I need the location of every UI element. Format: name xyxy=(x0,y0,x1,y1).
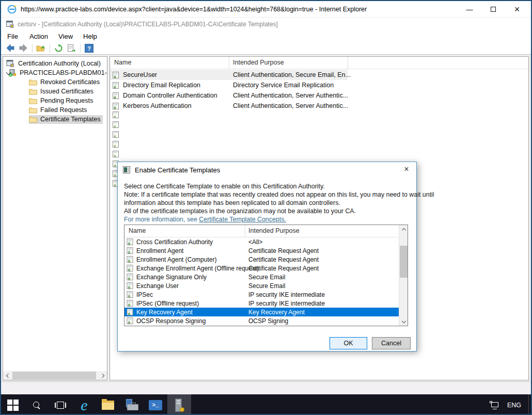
back-button[interactable] xyxy=(5,43,15,53)
certificate-template-icon xyxy=(112,92,119,99)
certificate-template-icon xyxy=(112,72,119,78)
dialog-template-row[interactable]: Exchange Signature Only Secure Email xyxy=(124,273,399,281)
scrollbar-thumb[interactable] xyxy=(400,246,408,278)
dialog-template-row[interactable]: Exchange Enrollment Agent (Offline reque… xyxy=(124,264,399,273)
dialog-template-row[interactable]: Exchange User Secure Email xyxy=(124,281,399,290)
certificate-template-icon xyxy=(112,151,119,157)
dialog-template-row[interactable]: Cross Certification Authority <All> xyxy=(124,237,399,246)
dialog-list-header: Name Intended Purpose xyxy=(124,225,408,237)
tree-node-folder[interactable]: Pending Requests xyxy=(3,96,107,105)
file-explorer-icon xyxy=(102,401,114,410)
column-header-intended-purpose[interactable]: Intended Purpose xyxy=(233,59,284,66)
taskbar-server-manager[interactable] xyxy=(120,394,144,415)
scroll-right-button[interactable] xyxy=(98,371,107,380)
template-name: Domain Controller Authentication xyxy=(123,92,217,99)
menu-item[interactable]: Action xyxy=(24,31,53,41)
dialog-template-row[interactable]: Enrollment Agent Certificate Request Age… xyxy=(124,246,399,255)
cancel-button[interactable]: Cancel xyxy=(372,337,411,349)
certificate-template-icon xyxy=(127,300,133,307)
dialog-body-text: Select one Certificate Template to enabl… xyxy=(124,182,411,224)
template-row[interactable]: SecureUser Client Authentication, Secure… xyxy=(110,70,348,80)
export-list-button[interactable] xyxy=(66,43,76,53)
task-view-icon xyxy=(55,402,66,409)
help-button[interactable]: ? xyxy=(84,43,94,53)
tree-node-folder[interactable]: Certificate Templates xyxy=(3,115,107,124)
dialog-template-row[interactable]: Key Recovery Agent Key Recovery Agent xyxy=(124,308,399,316)
column-divider[interactable] xyxy=(245,225,245,237)
template-name: RAS and IAS Server xyxy=(136,326,193,327)
certificate-template-icon xyxy=(127,274,133,280)
template-name: Kerberos Authentication xyxy=(123,102,192,109)
tree-node-certification-authority[interactable]: Certification Authority (Local) xyxy=(3,59,107,68)
network-icon[interactable] xyxy=(490,401,500,409)
dialog-info-line: For more information, see Certificate Te… xyxy=(124,215,411,224)
dialog-template-rows: Cross Certification Authority <All> xyxy=(124,237,399,326)
forward-button[interactable] xyxy=(18,43,28,53)
dialog-vertical-scrollbar[interactable] xyxy=(399,225,408,326)
language-indicator[interactable]: ENG xyxy=(507,402,521,409)
dialog-template-list: Name Intended Purpose xyxy=(124,225,408,326)
taskbar-file-explorer[interactable] xyxy=(96,394,120,415)
tree-node-folder[interactable]: Issued Certificates xyxy=(3,87,107,96)
export-list-icon xyxy=(67,44,76,53)
dialog-template-row[interactable]: RAS and IAS Server Client Authentication… xyxy=(124,325,399,326)
toolbar-separator xyxy=(80,44,81,53)
column-header-name[interactable]: Name xyxy=(129,227,146,234)
template-purpose: Client Authentication, Server Authentic.… xyxy=(233,92,348,99)
browser-minimize-button[interactable]: — xyxy=(458,1,481,18)
tree-node-ca-server[interactable]: PRACTICELABS-PLABDM01-C xyxy=(3,68,107,77)
template-name: Exchange Signature Only xyxy=(136,274,207,281)
dialog-close-button[interactable]: × xyxy=(401,164,412,175)
scroll-down-button[interactable] xyxy=(399,317,408,326)
task-view-button[interactable] xyxy=(49,394,72,415)
folder-icon xyxy=(29,79,37,86)
start-button[interactable] xyxy=(1,394,25,415)
template-name: SecureUser xyxy=(123,71,157,78)
dialog-template-row[interactable]: OCSP Response Signing OCSP Signing xyxy=(124,316,399,325)
taskbar-certification-authority[interactable] xyxy=(167,394,191,415)
tree-node-folder[interactable]: Revoked Certificates xyxy=(3,77,107,87)
folder-tree-icon xyxy=(36,44,45,52)
scrollbar-thumb[interactable] xyxy=(12,372,96,379)
menu-item[interactable]: File xyxy=(7,31,24,41)
taskbar-search-button[interactable] xyxy=(25,394,49,415)
refresh-button[interactable] xyxy=(53,43,64,53)
dialog-template-row[interactable]: IPSec (Offline request) IP security IKE … xyxy=(124,299,399,308)
browser-close-button[interactable]: × xyxy=(505,1,529,18)
certificate-template-icon xyxy=(112,141,119,148)
template-name: OCSP Response Signing xyxy=(136,317,206,325)
show-console-tree-button[interactable] xyxy=(36,43,46,53)
tree-node-label: Failed Requests xyxy=(38,106,89,115)
help-icon: ? xyxy=(85,44,93,53)
browser-maximize-button[interactable] xyxy=(481,1,505,18)
column-divider[interactable] xyxy=(229,57,229,69)
certificate-template-icon xyxy=(127,265,133,272)
enable-certificate-templates-dialog: Enable Certificate Templates × Select on… xyxy=(117,162,417,352)
folder-icon xyxy=(29,88,37,95)
dialog-template-row[interactable]: Enrollment Agent (Computer) Certificate … xyxy=(124,255,399,264)
console-title: certsrv - [Certification Authority (Loca… xyxy=(18,21,278,28)
certificate-template-concepts-link[interactable]: Certificate Template Concepts. xyxy=(199,216,286,223)
column-divider[interactable] xyxy=(348,57,348,69)
dialog-template-row[interactable]: IPSec IP security IKE intermediate xyxy=(124,290,399,299)
scroll-left-button[interactable] xyxy=(3,371,12,380)
server-manager-icon xyxy=(125,399,138,411)
template-row[interactable]: Directory Email Replication Directory Se… xyxy=(110,80,348,90)
menu-item[interactable]: Help xyxy=(78,31,102,41)
template-name: Key Recovery Agent xyxy=(136,309,193,316)
menu-item[interactable]: View xyxy=(53,31,78,41)
tree-horizontal-scrollbar[interactable] xyxy=(3,371,107,380)
template-row[interactable]: Domain Controller Authentication Client … xyxy=(110,90,348,101)
scroll-up-button[interactable] xyxy=(399,225,408,234)
taskbar-internet-explorer[interactable]: e xyxy=(72,394,96,415)
template-name: Exchange Enrollment Agent (Offline reque… xyxy=(136,265,259,272)
forward-arrow-icon xyxy=(19,44,28,52)
template-row[interactable]: Kerberos Authentication Client Authentic… xyxy=(110,101,348,111)
tree-node-folder[interactable]: Failed Requests xyxy=(3,105,107,115)
certification-authority-icon xyxy=(174,398,184,412)
ok-button[interactable]: OK xyxy=(330,337,367,349)
column-header-name[interactable]: Name xyxy=(114,59,131,66)
column-header-intended-purpose[interactable]: Intended Purpose xyxy=(248,227,300,234)
certificate-template-icon xyxy=(127,282,133,289)
taskbar-powershell[interactable]: >_ xyxy=(144,394,167,415)
